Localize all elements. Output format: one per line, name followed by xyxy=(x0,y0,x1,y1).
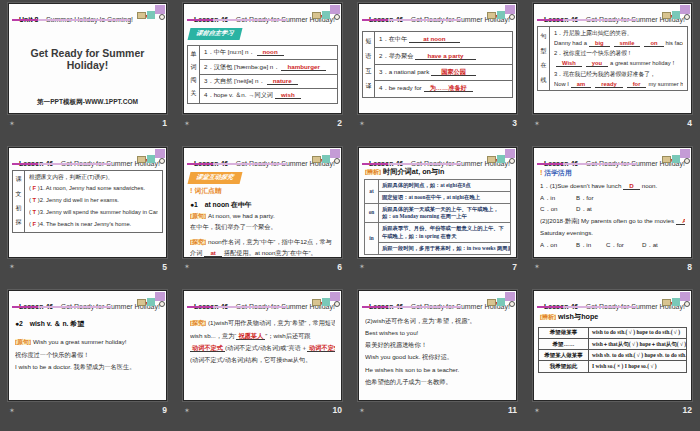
example-en: Wish you a great summer holiday! xyxy=(33,338,127,345)
transition-star-icon[interactable]: ✶ xyxy=(184,263,190,270)
photo-thumb-icon xyxy=(137,12,146,19)
transition-star-icon[interactable]: ✶ xyxy=(534,120,540,127)
table-row: 2．汉堡包 ['hæmbə:gə] n．hamburger xyxy=(200,60,337,74)
slide-header: Lesson 46 Get Ready for Summer Holiday! xyxy=(9,148,166,165)
tf-answer: F xyxy=(33,221,37,227)
teal-square-icon xyxy=(322,298,330,306)
slide-meta: ✶ 1 xyxy=(8,114,169,131)
slide-thumbnail-1[interactable]: Unit 8 Summer Holiday Is Coming! Get Rea… xyxy=(8,3,167,114)
slide-thumbnail-4[interactable]: Lesson 46 Get Ready for Summer Holiday! … xyxy=(533,3,692,114)
photo-thumb-icon xyxy=(487,156,496,163)
option: B．in xyxy=(576,239,606,251)
transition-star-icon[interactable]: ✶ xyxy=(534,263,540,270)
teal-square-icon xyxy=(672,11,680,19)
slide-header: Lesson 46 Get Ready for Summer Holiday! xyxy=(534,148,691,165)
slide-thumbnail-7[interactable]: Lesson 46 Get Ready for Summer Holiday! … xyxy=(358,147,517,258)
transition-star-icon[interactable]: ✶ xyxy=(359,407,365,414)
table-row: 2．举办聚会have a party xyxy=(375,48,512,64)
slide-number: 2 xyxy=(337,118,342,128)
answer-blank: ready xyxy=(595,81,622,88)
example-line: [原句]At noon, we had a party. xyxy=(190,211,335,222)
source-tag: [原句] xyxy=(15,339,31,345)
sentence-part: a great summer holiday！ xyxy=(610,60,676,66)
answer-blank: for xyxy=(627,81,647,88)
question-text: 1．(1)Sue doesn't have lunch xyxy=(540,182,621,189)
slide-body: ●2 wish v. ＆ n. 希望 [原句]Wish you a great … xyxy=(9,308,166,374)
slide-header: Lesson 46 Get Ready for Summer Holiday! xyxy=(359,291,516,308)
section-heading: !词汇点睛 xyxy=(190,185,335,197)
teal-square-icon xyxy=(147,11,155,19)
transition-star-icon[interactable]: ✶ xyxy=(9,407,15,414)
slide-thumbnail-11[interactable]: Lesson 46 Get Ready for Summer Holiday! … xyxy=(358,290,517,401)
slide-thumbnail-6[interactable]: Lesson 46 Get Ready for Summer Holiday! … xyxy=(183,147,342,258)
photo-thumb-icon xyxy=(487,299,496,306)
analysis-tag: [探究] xyxy=(190,320,206,326)
wish-hope-table: 希望做某事wish to do sth.( √ ) hope to do sth… xyxy=(538,327,687,373)
header-underline xyxy=(187,19,287,21)
sentence-part: my summer holiday. xyxy=(648,81,683,87)
table-row: 我希望如此I wish so.( × ) I hope so.( √ ) xyxy=(539,361,686,371)
table-side-label: 单 词 闯 关 xyxy=(188,46,200,103)
slide-cell-3: Lesson 46 Get Ready for Summer Holiday! … xyxy=(350,0,525,144)
analysis-text: noon作名词，意为“中午”，指中午12点，常与 xyxy=(208,238,332,245)
row-label: 希望…… xyxy=(539,339,589,349)
answer-blank: A xyxy=(676,217,685,225)
slide-thumbnail-2[interactable]: Lesson 46 Get Ready for Summer Holiday! … xyxy=(183,3,342,114)
prep-cells: 后跟表季节、月份、年份等或一般意义上的上午、下午或晚上，如：in spring … xyxy=(379,223,510,253)
purple-square-icon xyxy=(155,5,165,14)
side-char: 线 xyxy=(541,76,547,85)
transition-star-icon[interactable]: ✶ xyxy=(184,120,190,127)
slide-meta: ✶ 7 xyxy=(358,258,519,275)
row-value: wish sb. to do sth.( √ ) hope sb. to do … xyxy=(589,350,686,360)
vocab-point: ●2 wish v. ＆ n. 希望 xyxy=(15,317,160,330)
clock-icon xyxy=(509,158,515,164)
slide-cell-8: Lesson 46 Get Ready for Summer Holiday! … xyxy=(525,144,700,288)
slide-header: Lesson 46 Get Ready for Summer Holiday! xyxy=(359,148,516,165)
header-decor xyxy=(662,5,690,21)
example-line: [原句]Wish you a great summer holiday! xyxy=(15,336,160,349)
transition-star-icon[interactable]: ✶ xyxy=(9,263,15,270)
teal-square-icon xyxy=(497,298,505,306)
section-badge: 课前自主学习 xyxy=(188,28,243,40)
tf-item: ( F )1. At noon, Jenny had some sandwich… xyxy=(29,183,158,195)
sentence-cn: 3．现在我已经为我的暑假做好准备了， xyxy=(554,69,683,79)
header-decor xyxy=(312,292,340,308)
slide-cell-11: Lesson 46 Get Ready for Summer Holiday! … xyxy=(350,287,525,431)
prep-cells: 后跟具体的某一天或某一天的上午、下午或晚上，如：on Monday mornin… xyxy=(379,204,510,223)
transition-star-icon[interactable]: ✶ xyxy=(9,120,15,127)
purple-square-icon xyxy=(330,5,340,14)
slide-thumbnail-3[interactable]: Lesson 46 Get Ready for Summer Holiday! … xyxy=(358,3,517,114)
slide-thumbnail-5[interactable]: Lesson 46 Get Ready for Summer Holiday! … xyxy=(8,147,167,258)
option: A．on xyxy=(540,239,576,251)
question-line: (2)[2018·黔南] My parents often go to the … xyxy=(540,215,685,227)
answer-blank: smile xyxy=(614,40,641,47)
compare-tag: [辨析] xyxy=(540,314,556,320)
answer-blank: am xyxy=(571,81,591,88)
answer-fill: 动词不定式 xyxy=(190,344,225,352)
side-char: 译 xyxy=(366,82,372,91)
slide-header: Lesson 46 Get Ready for Summer Holiday! xyxy=(184,148,341,165)
row-label: 我希望如此 xyxy=(539,361,589,371)
example-en: At noon, we had a party. xyxy=(208,212,275,219)
transition-star-icon[interactable]: ✶ xyxy=(359,263,365,270)
slide-number: 7 xyxy=(512,262,517,272)
slide-thumbnail-10[interactable]: Lesson 46 Get Ready for Summer Holiday! … xyxy=(183,290,342,401)
slide-sorter-view: Unit 8 Summer Holiday Is Coming! Get Rea… xyxy=(0,0,700,431)
transition-star-icon[interactable]: ✶ xyxy=(184,407,190,414)
slide-meta: ✶ 4 xyxy=(533,114,694,131)
row-text: 1．中午 [nu:n] n． xyxy=(204,48,255,55)
answer-blank: have a party xyxy=(415,52,475,60)
slide-thumbnail-12[interactable]: Lesson 46 Get Ready for Summer Holiday! … xyxy=(533,290,692,401)
analysis-text: (1)wish可用作及物动词，意为“希望”，常用短语 xyxy=(208,319,335,326)
answer-blank: 国家公园 xyxy=(431,68,476,76)
answer-blank: wish xyxy=(275,91,301,99)
slide-number: 12 xyxy=(683,405,692,415)
transition-star-icon[interactable]: ✶ xyxy=(534,407,540,414)
tf-item: ( T )2. Jenny did well in her exams. xyxy=(29,195,158,207)
slide-thumbnail-8[interactable]: Lesson 46 Get Ready for Summer Holiday! … xyxy=(533,147,692,258)
body-line: Wish you good luck. 祝你好运。 xyxy=(365,351,510,363)
slide-thumbnail-9[interactable]: Lesson 46 Get Ready for Summer Holiday! … xyxy=(8,290,167,401)
row-text: 3．大自然 ['neitʃə] n． xyxy=(204,77,265,84)
body-line: 最美好的祝愿送给你！ xyxy=(365,339,510,351)
transition-star-icon[interactable]: ✶ xyxy=(359,120,365,127)
